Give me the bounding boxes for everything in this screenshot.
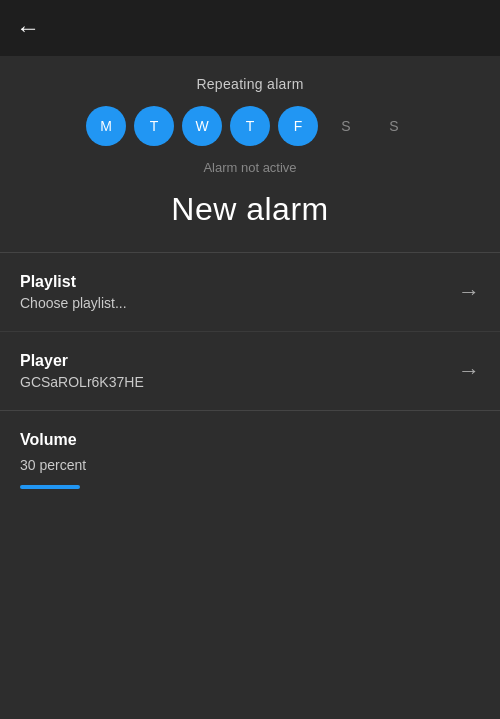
playlist-arrow-icon: → <box>458 279 480 305</box>
playlist-title: Playlist <box>20 273 127 291</box>
top-bar: ← <box>0 0 500 56</box>
alarm-status: Alarm not active <box>203 160 296 175</box>
player-value: GCSaROLr6K37HE <box>20 374 144 390</box>
player-title: Player <box>20 352 144 370</box>
volume-title: Volume <box>20 431 480 449</box>
volume-indicator <box>20 485 80 489</box>
day-saturday[interactable]: S <box>326 106 366 146</box>
volume-value: 30 percent <box>20 457 480 473</box>
alarm-header: Repeating alarm M T W T F S S Alarm not … <box>0 56 500 252</box>
player-item[interactable]: Player GCSaROLr6K37HE → <box>0 332 500 410</box>
day-tuesday[interactable]: T <box>134 106 174 146</box>
back-button[interactable]: ← <box>16 16 40 40</box>
playlist-value: Choose playlist... <box>20 295 127 311</box>
alarm-title[interactable]: New alarm <box>171 191 328 228</box>
days-row: M T W T F S S <box>86 106 414 146</box>
player-content: Player GCSaROLr6K37HE <box>20 352 144 390</box>
day-monday[interactable]: M <box>86 106 126 146</box>
player-arrow-icon: → <box>458 358 480 384</box>
day-friday[interactable]: F <box>278 106 318 146</box>
day-thursday[interactable]: T <box>230 106 270 146</box>
day-wednesday[interactable]: W <box>182 106 222 146</box>
day-sunday[interactable]: S <box>374 106 414 146</box>
playlist-item[interactable]: Playlist Choose playlist... → <box>0 253 500 332</box>
playlist-content: Playlist Choose playlist... <box>20 273 127 311</box>
settings-section: Playlist Choose playlist... → Player GCS… <box>0 253 500 410</box>
repeating-label: Repeating alarm <box>196 76 303 92</box>
volume-section: Volume 30 percent <box>0 411 500 509</box>
